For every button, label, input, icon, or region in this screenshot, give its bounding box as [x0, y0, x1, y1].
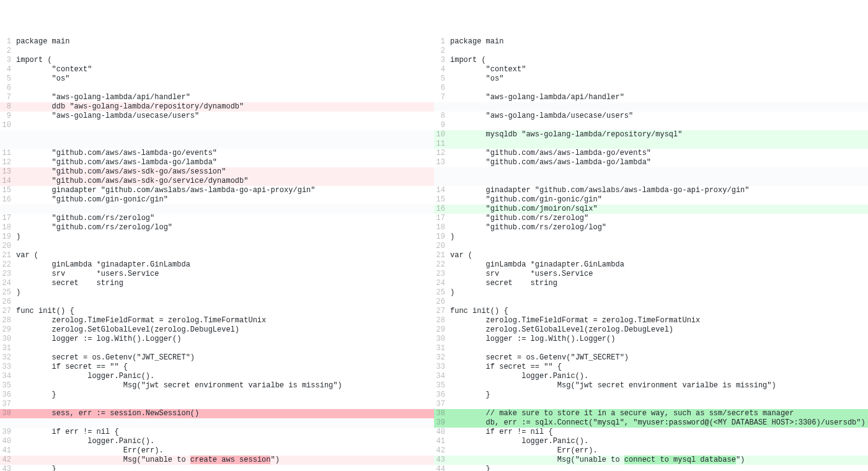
diff-row[interactable]: 26: [434, 297, 868, 307]
line-number: 7: [0, 93, 15, 102]
diff-row[interactable]: 19): [0, 232, 434, 242]
diff-pane-left[interactable]: 1package main23import (4 "context"5 "os"…: [0, 37, 434, 471]
diff-row[interactable]: 22 ginLambda *ginadapter.GinLambda: [0, 260, 434, 270]
diff-row[interactable]: 14 ginadapter "github.com/awslabs/aws-la…: [434, 186, 868, 195]
diff-row[interactable]: 35 Msg("jwt secret environment varialbe …: [0, 381, 434, 390]
diff-row[interactable]: 25): [434, 288, 868, 297]
diff-row[interactable]: 18 "github.com/rs/zerolog/log": [434, 223, 868, 232]
diff-row[interactable]: 33 if secret == "" {: [434, 363, 868, 372]
diff-pane-right[interactable]: 1package main23import (4 "context"5 "os"…: [434, 37, 868, 471]
diff-row[interactable]: 30 logger := log.With().Logger(): [0, 335, 434, 344]
line-number: 27: [0, 307, 15, 316]
diff-row[interactable]: 43 Msg("unable to connect to mysql datab…: [434, 456, 868, 465]
diff-row[interactable]: 36 }: [434, 390, 868, 400]
diff-row[interactable]: 43 }: [0, 465, 434, 471]
diff-row[interactable]: [434, 102, 868, 112]
diff-row[interactable]: 18 "github.com/rs/zerolog/log": [0, 223, 434, 232]
diff-row[interactable]: 20: [434, 242, 868, 251]
diff-row[interactable]: 8 ddb "aws-golang-lambda/repository/dyna…: [0, 102, 434, 112]
diff-row[interactable]: 26: [0, 297, 434, 307]
diff-row[interactable]: 20: [0, 242, 434, 251]
diff-row[interactable]: 10 mysqldb "aws-golang-lambda/repository…: [434, 130, 868, 139]
diff-row[interactable]: 41 logger.Panic().: [434, 437, 868, 446]
diff-row[interactable]: 9: [434, 121, 868, 130]
diff-row[interactable]: 39 db, err := sqlx.Connect("mysql", "myu…: [434, 418, 868, 428]
diff-row[interactable]: 19): [434, 232, 868, 242]
diff-row[interactable]: 28 zerolog.TimeFieldFormat = zerolog.Tim…: [0, 316, 434, 325]
diff-row[interactable]: 13 "github.com/aws/aws-sdk-go/aws/sessio…: [0, 167, 434, 177]
diff-row[interactable]: 35 Msg("jwt secret environment varialbe …: [434, 381, 868, 390]
diff-row[interactable]: 25): [0, 288, 434, 297]
diff-row[interactable]: 1package main: [434, 37, 868, 46]
diff-row[interactable]: 10: [0, 121, 434, 130]
diff-row[interactable]: 30 logger := log.With().Logger(): [434, 335, 868, 344]
diff-row[interactable]: 23 srv *users.Service: [434, 270, 868, 279]
diff-row[interactable]: 28 zerolog.TimeFieldFormat = zerolog.Tim…: [434, 316, 868, 325]
diff-row[interactable]: 11 "github.com/aws/aws-lambda-go/events": [0, 149, 434, 158]
diff-row[interactable]: 7 "aws-golang-lambda/api/handler": [434, 93, 868, 102]
diff-row[interactable]: 23 srv *users.Service: [0, 270, 434, 279]
diff-row[interactable]: 16 "github.com/gin-gonic/gin": [0, 195, 434, 205]
diff-row[interactable]: 7 "aws-golang-lambda/api/handler": [0, 93, 434, 102]
diff-row[interactable]: 31: [434, 344, 868, 353]
diff-row[interactable]: 41 Err(err).: [0, 446, 434, 456]
diff-row[interactable]: 34 logger.Panic().: [434, 372, 868, 381]
diff-row[interactable]: 5 "os": [0, 74, 434, 84]
diff-row[interactable]: 42 Err(err).: [434, 446, 868, 456]
diff-row[interactable]: 40 if err != nil {: [434, 428, 868, 437]
code-content: srv *users.Service: [15, 270, 434, 279]
diff-row[interactable]: 37: [0, 400, 434, 409]
diff-row[interactable]: 40 logger.Panic().: [0, 437, 434, 446]
diff-row[interactable]: 6: [0, 84, 434, 93]
diff-row[interactable]: [434, 177, 868, 186]
diff-row[interactable]: 34 logger.Panic().: [0, 372, 434, 381]
code-content: var (: [15, 251, 434, 260]
diff-row[interactable]: 2: [434, 46, 868, 56]
diff-row[interactable]: 11: [434, 139, 868, 149]
diff-row[interactable]: [0, 205, 434, 214]
diff-row[interactable]: 21var (: [0, 251, 434, 260]
diff-row[interactable]: 17 "github.com/rs/zerolog": [434, 214, 868, 223]
diff-row[interactable]: 21var (: [434, 251, 868, 260]
diff-row[interactable]: 4 "context": [0, 65, 434, 74]
diff-row[interactable]: 14 "github.com/aws/aws-sdk-go/service/dy…: [0, 177, 434, 186]
diff-row[interactable]: 39 if err != nil {: [0, 428, 434, 437]
diff-row[interactable]: 29 zerolog.SetGlobalLevel(zerolog.DebugL…: [434, 325, 868, 335]
diff-row[interactable]: 32 secret = os.Getenv("JWT_SECRET"): [0, 353, 434, 363]
diff-row[interactable]: 22 ginLambda *ginadapter.GinLambda: [434, 260, 868, 270]
diff-row[interactable]: 31: [0, 344, 434, 353]
diff-row[interactable]: 38 // make sure to store it in a secure …: [434, 409, 868, 418]
diff-row[interactable]: 27func init() {: [0, 307, 434, 316]
diff-row[interactable]: 3import (: [0, 56, 434, 65]
diff-row[interactable]: 24 secret string: [434, 279, 868, 288]
diff-row[interactable]: 36 }: [0, 390, 434, 400]
diff-row[interactable]: 15 "github.com/gin-gonic/gin": [434, 195, 868, 205]
diff-row[interactable]: 44 }: [434, 465, 868, 471]
diff-row[interactable]: 2: [0, 46, 434, 56]
diff-row[interactable]: 1package main: [0, 37, 434, 46]
diff-row[interactable]: 27func init() {: [434, 307, 868, 316]
diff-row[interactable]: 6: [434, 84, 868, 93]
diff-row[interactable]: 29 zerolog.SetGlobalLevel(zerolog.DebugL…: [0, 325, 434, 335]
diff-row[interactable]: 15 ginadapter "github.com/awslabs/aws-la…: [0, 186, 434, 195]
diff-row[interactable]: [434, 167, 868, 177]
diff-row[interactable]: 33 if secret == "" {: [0, 363, 434, 372]
diff-row[interactable]: 38 sess, err := session.NewSession(): [0, 409, 434, 418]
diff-row[interactable]: 12 "github.com/aws/aws-lambda-go/events": [434, 149, 868, 158]
diff-row[interactable]: 12 "github.com/aws/aws-lambda-go/lambda": [0, 158, 434, 167]
diff-row[interactable]: [0, 139, 434, 149]
diff-row[interactable]: [0, 130, 434, 139]
diff-row[interactable]: 24 secret string: [0, 279, 434, 288]
diff-row[interactable]: 3import (: [434, 56, 868, 65]
diff-row[interactable]: 17 "github.com/rs/zerolog": [0, 214, 434, 223]
diff-row[interactable]: 37: [434, 400, 868, 409]
diff-row[interactable]: 9 "aws-golang-lambda/usecase/users": [0, 112, 434, 121]
diff-row[interactable]: 5 "os": [434, 74, 868, 84]
diff-row[interactable]: 4 "context": [434, 65, 868, 74]
diff-row[interactable]: 42 Msg("unable to create aws session"): [0, 456, 434, 465]
diff-row[interactable]: [0, 418, 434, 428]
diff-row[interactable]: 16 "github.com/jmoiron/sqlx": [434, 205, 868, 214]
diff-row[interactable]: 8 "aws-golang-lambda/usecase/users": [434, 112, 868, 121]
diff-row[interactable]: 32 secret = os.Getenv("JWT_SECRET"): [434, 353, 868, 363]
diff-row[interactable]: 13 "github.com/aws/aws-lambda-go/lambda": [434, 158, 868, 167]
